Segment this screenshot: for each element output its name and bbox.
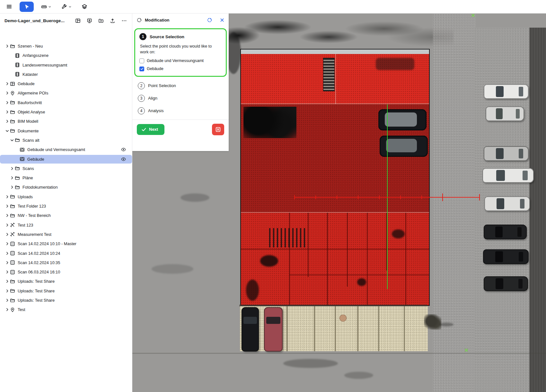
- chevron-right-icon[interactable]: [4, 44, 10, 48]
- chevron-down-icon[interactable]: [9, 138, 15, 142]
- step-1-number: 1: [139, 33, 146, 40]
- paver-seam: [357, 306, 358, 351]
- step-4-number: 4: [138, 107, 145, 114]
- chevron-right-icon[interactable]: [4, 82, 10, 86]
- tree-item[interactable]: Baufortschritt: [0, 98, 132, 107]
- add-scene-icon[interactable]: [87, 18, 92, 23]
- chevron-right-icon[interactable]: [4, 195, 10, 199]
- measurement-tick: [400, 195, 401, 199]
- chevron-right-icon[interactable]: [9, 166, 15, 171]
- tree-item[interactable]: Measurement Test: [0, 230, 132, 239]
- roof-edge: [241, 49, 429, 54]
- eye-icon[interactable]: [121, 156, 126, 162]
- chevron-right-icon[interactable]: [4, 279, 10, 283]
- eye-icon[interactable]: [121, 147, 126, 152]
- tree-item[interactable]: Fotodokumentation: [0, 183, 132, 192]
- panel-header: Modification: [132, 13, 229, 26]
- tree-item[interactable]: Allgemeine POIs: [0, 89, 132, 97]
- next-button[interactable]: Next: [137, 124, 164, 135]
- building-pointcloud-overlay[interactable]: [240, 49, 430, 306]
- tree-item[interactable]: Scan 14.02.2024 10:24: [0, 249, 132, 258]
- tree-item[interactable]: Scan 14.02.2024 10:35: [0, 258, 132, 267]
- tree-item-label: NW - Test Bereich: [18, 213, 51, 218]
- chevron-right-icon[interactable]: [4, 261, 10, 265]
- tree-item[interactable]: Gebäude: [0, 79, 132, 88]
- step-4-label: Analysis: [148, 108, 163, 113]
- source-option[interactable]: Gebäude und Vermessungsamt: [139, 58, 222, 63]
- source-option[interactable]: Gebäude: [139, 67, 222, 71]
- measurement-line[interactable]: [294, 197, 479, 198]
- pin-icon: [10, 307, 15, 312]
- refresh-icon[interactable]: [207, 17, 212, 23]
- step-4-row[interactable]: 4 Analysis: [132, 102, 229, 114]
- tree-item[interactable]: Test Folder 123: [0, 202, 132, 210]
- pointcloud-icon: [20, 147, 25, 152]
- green-x-marker: ✕: [471, 13, 475, 18]
- chevron-right-icon[interactable]: [4, 101, 10, 105]
- ruler-tool[interactable]: [39, 2, 54, 11]
- upload-icon[interactable]: [110, 18, 115, 23]
- tree-item[interactable]: Gebäude: [0, 155, 132, 164]
- asphalt-texture: [433, 13, 475, 392]
- chevron-right-icon[interactable]: [4, 242, 10, 246]
- tree-item[interactable]: Objekt Analyse: [0, 108, 132, 116]
- chevron-right-icon[interactable]: [4, 232, 10, 236]
- tree-item-label: Test: [18, 307, 25, 312]
- tree-item[interactable]: Scans: [0, 164, 132, 173]
- tree-item[interactable]: BIM Modell: [0, 117, 132, 126]
- close-icon[interactable]: [220, 18, 225, 22]
- chevron-right-icon[interactable]: [9, 185, 15, 189]
- chevron-right-icon[interactable]: [4, 298, 10, 302]
- tree-item[interactable]: Anfangsszene: [0, 51, 132, 60]
- chevron-right-icon[interactable]: [9, 176, 15, 180]
- ground-shadow: [283, 359, 338, 368]
- discard-button[interactable]: [212, 124, 224, 135]
- select-cursor-tool[interactable]: [20, 2, 34, 12]
- tree-item[interactable]: Test 123: [0, 221, 132, 229]
- chevron-right-icon[interactable]: [4, 213, 10, 218]
- chevron-right-icon[interactable]: [4, 307, 10, 312]
- chevron-right-icon[interactable]: [4, 91, 10, 95]
- layers-tool[interactable]: [79, 2, 90, 11]
- folder-icon: [10, 128, 15, 133]
- tree-item[interactable]: Dokumente: [0, 127, 132, 135]
- tree-item[interactable]: Uploads: [0, 192, 132, 201]
- tree-item[interactable]: Landesvermessungsamt: [0, 61, 132, 69]
- checkbox-checked[interactable]: [139, 67, 144, 71]
- tree-item[interactable]: Uploads: Test Share: [0, 277, 132, 286]
- chevron-right-icon[interactable]: [4, 270, 10, 274]
- menu-tool[interactable]: [4, 2, 14, 11]
- tree-item[interactable]: Pläne: [0, 174, 132, 182]
- chevron-right-icon[interactable]: [4, 119, 10, 123]
- chevron-right-icon[interactable]: [4, 223, 10, 227]
- chevron-right-icon[interactable]: [4, 289, 10, 293]
- tree-item[interactable]: Scans alt: [0, 136, 132, 145]
- panel-layout-icon[interactable]: [75, 18, 81, 23]
- car-rear-window: [516, 109, 520, 118]
- chevron-down-icon[interactable]: [4, 129, 10, 133]
- chevron-right-icon[interactable]: [4, 110, 10, 114]
- discard-box-x-icon: [215, 127, 221, 132]
- chevron-right-icon[interactable]: [4, 204, 10, 208]
- tree-item[interactable]: Kataster: [0, 70, 132, 79]
- tree-item[interactable]: Test: [0, 305, 132, 314]
- more-icon[interactable]: [121, 18, 127, 23]
- checkbox-unchecked[interactable]: [139, 58, 144, 63]
- tree-item-label: Allgemeine POIs: [18, 91, 48, 95]
- chevron-right-icon[interactable]: [4, 251, 10, 255]
- add-folder-icon[interactable]: [98, 18, 104, 23]
- tree-item[interactable]: Uploads: Test Share: [0, 296, 132, 305]
- step-2-row[interactable]: 2 Point Selection: [132, 77, 229, 89]
- tree-item[interactable]: Gebäude und Vermessungsamt: [0, 145, 132, 154]
- parked-car: [484, 196, 530, 211]
- tree-item[interactable]: Uploads: Test Share: [0, 287, 132, 295]
- car-windshield: [496, 148, 504, 159]
- tree-item[interactable]: Scan 06.03.2024 16:10: [0, 268, 132, 276]
- check-icon: [141, 127, 146, 132]
- step-3-row[interactable]: 3 Align: [132, 89, 229, 102]
- tree-item[interactable]: Scan 14.02.2024 10:10 - Master: [0, 239, 132, 248]
- tools-tool[interactable]: [59, 2, 74, 11]
- tree-item[interactable]: NW - Test Bereich: [0, 211, 132, 220]
- tree-item[interactable]: Szenen - Neu: [0, 42, 132, 50]
- folder-icon: [10, 110, 15, 115]
